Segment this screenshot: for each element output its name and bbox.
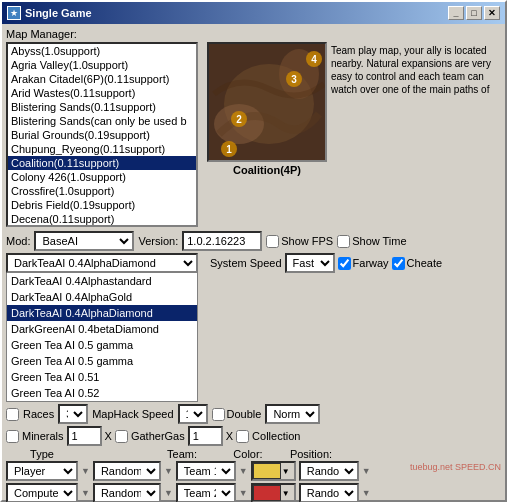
map-description: Team play map, your ally is located near… — [331, 44, 501, 176]
map-list-item[interactable]: Debris Field(0.19support) — [8, 198, 196, 212]
map-list-item[interactable]: Coalition(0.11support) — [8, 156, 196, 170]
mod-select[interactable]: BaseAI — [34, 231, 134, 251]
svg-text:4: 4 — [311, 54, 317, 65]
main-window: ★ Single Game _ □ ✕ Map Manager: Abyss(1… — [0, 0, 507, 502]
player-team-select-0[interactable]: Team 1 — [176, 461, 236, 481]
map-list-item[interactable]: Decena(0.11support) — [8, 212, 196, 226]
show-time-checkbox[interactable] — [337, 235, 350, 248]
dropdown-arrow-1: ▼ — [81, 488, 90, 498]
system-speed-select[interactable]: Fast — [285, 253, 335, 273]
player-color-box-0[interactable]: ▼ — [251, 461, 296, 481]
gather-gas-label: GatherGas — [131, 430, 185, 442]
double-checkbox[interactable] — [212, 408, 225, 421]
race-dropdown-arrow-1: ▼ — [164, 488, 173, 498]
map-section: Abyss(1.0support)Agria Valley(1.0support… — [6, 42, 501, 227]
gather-gas-x-label: X — [226, 430, 233, 442]
cheat-checkbox[interactable] — [392, 257, 405, 270]
show-fps-checkbox[interactable] — [266, 235, 279, 248]
type-header: Type — [6, 448, 78, 460]
ai-dropdown-list: DarkTeaAI 0.4AlphastandardDarkTeaAI 0.4A… — [6, 273, 198, 402]
farway-checkbox[interactable] — [338, 257, 351, 270]
map-list[interactable]: Abyss(1.0support)Agria Valley(1.0support… — [6, 42, 198, 227]
dropdown-arrow-0: ▼ — [81, 466, 90, 476]
team-dropdown-arrow-1: ▼ — [239, 488, 248, 498]
player-type-select-0[interactable]: Player — [6, 461, 78, 481]
ai-dropdown-item[interactable]: Green Tea AI 0.51 — [7, 369, 197, 385]
collection-checkbox[interactable] — [236, 430, 249, 443]
minerals-input[interactable] — [67, 426, 102, 446]
minerals-x-label: X — [105, 430, 112, 442]
ai-main-select[interactable]: DarkTeaAI 0.4AlphaDiamond — [6, 253, 198, 273]
ai-dropdown-item[interactable]: DarkGreenAI 0.4betaDiamond — [7, 321, 197, 337]
map-list-container: Abyss(1.0support)Agria Valley(1.0support… — [6, 42, 203, 227]
map-preview: 4 3 2 1 — [207, 42, 327, 162]
watermark: tuebug.net SPEED.CN — [410, 462, 501, 472]
player-type-select-1[interactable]: Computer — [6, 483, 78, 502]
svg-text:1: 1 — [226, 144, 232, 155]
version-input[interactable] — [182, 231, 262, 251]
title-bar: ★ Single Game _ □ ✕ — [2, 2, 505, 24]
ai-dropdown-item[interactable]: DarkTeaAI 0.4AlphaDiamond — [7, 305, 197, 321]
races-label: Races — [23, 408, 54, 420]
map-list-item[interactable]: Burial Grounds(0.19support) — [8, 128, 196, 142]
cheat-container: Cheate — [392, 257, 442, 270]
double-select[interactable]: Normal — [265, 404, 320, 424]
player-color-swatch-1 — [253, 485, 281, 501]
show-fps-label: Show FPS — [281, 235, 333, 247]
races-checkbox[interactable] — [6, 408, 19, 421]
player-position-select-1[interactable]: Random — [299, 483, 359, 502]
minerals-row: Minerals X GatherGas X Collection — [6, 426, 501, 446]
map-list-item[interactable]: Agria Valley(1.0support) — [8, 58, 196, 72]
pos-dropdown-arrow-0: ▼ — [362, 466, 371, 476]
ai-dropdown-item[interactable]: Green Tea AI 0.52 — [7, 385, 197, 401]
ai-dropdown-item[interactable]: Green Tea AI 0.5 gamma — [7, 337, 197, 353]
races-select[interactable]: 3 — [58, 404, 88, 424]
player-race-select-0[interactable]: Random — [93, 461, 161, 481]
farway-label: Farway — [353, 257, 389, 269]
map-list-item[interactable]: Colony 426(1.0support) — [8, 170, 196, 184]
player-team-select-1[interactable]: Team 2 — [176, 483, 236, 502]
ai-dropdown-item[interactable]: DarkTeaAI 0.4Alphastandard — [7, 273, 197, 289]
map-list-item[interactable]: Delta Quadrant(1.0support) — [8, 226, 196, 227]
map-list-item[interactable]: Abyss(1.0support) — [8, 44, 196, 58]
position-header: Position: — [281, 448, 341, 460]
collection-label: Collection — [252, 430, 300, 442]
map-list-item[interactable]: Blistering Sands(can only be used b — [8, 114, 196, 128]
column-headers-row: Type Team: Color: Position: — [6, 448, 501, 460]
preview-column: 4 3 2 1 Coalition(4P) — [207, 42, 327, 176]
player-row: Computer ▼ Random ▼ Team 2 ▼ ▼ Random ▼ — [6, 483, 501, 502]
map-manager-label: Map Manager: — [6, 28, 501, 40]
show-time-container: Show Time — [337, 235, 406, 248]
mod-label: Mod: — [6, 235, 30, 247]
map-preview-area: 4 3 2 1 Coalition(4P) Team play map, you — [207, 42, 501, 227]
cheat-label: Cheate — [407, 257, 442, 269]
close-button[interactable]: ✕ — [484, 6, 500, 20]
minerals-label: Minerals — [22, 430, 64, 442]
ai-dropdown-item[interactable]: Green Tea AI 0.5 gamma — [7, 353, 197, 369]
player-race-select-1[interactable]: Random — [93, 483, 161, 502]
preview-desc-row: 4 3 2 1 Coalition(4P) Team play map, you — [207, 42, 501, 176]
minimize-button[interactable]: _ — [448, 6, 464, 20]
minerals-checkbox[interactable] — [6, 430, 19, 443]
map-list-item[interactable]: Blistering Sands(0.11support) — [8, 100, 196, 114]
maximize-button[interactable]: □ — [466, 6, 482, 20]
farway-container: Farway — [338, 257, 389, 270]
map-list-item[interactable]: Arid Wastes(0.11support) — [8, 86, 196, 100]
title-buttons: _ □ ✕ — [448, 6, 500, 20]
player-color-box-1[interactable]: ▼ — [251, 483, 296, 502]
ai-dropdown-item[interactable]: DarkTeaAI 0.4AlphaGold — [7, 289, 197, 305]
ai-speed-row: DarkTeaAI 0.4AlphaDiamond DarkTeaAI 0.4A… — [6, 253, 501, 402]
gather-gas-input[interactable] — [188, 426, 223, 446]
map-list-item[interactable]: Chupung_Ryeong(0.11support) — [8, 142, 196, 156]
double-label: Double — [227, 408, 262, 420]
map-list-item[interactable]: Crossfire(1.0support) — [8, 184, 196, 198]
team-header: Team: — [152, 448, 212, 460]
double-container: Double — [212, 408, 262, 421]
team-dropdown-arrow-0: ▼ — [239, 466, 248, 476]
maphack-select[interactable]: 1x — [178, 404, 208, 424]
map-list-item[interactable]: Arakan Citadel(6P)(0.11support) — [8, 72, 196, 86]
show-fps-container: Show FPS — [266, 235, 333, 248]
player-position-select-0[interactable]: Random — [299, 461, 359, 481]
player-color-swatch-0 — [253, 463, 281, 479]
gather-gas-checkbox[interactable] — [115, 430, 128, 443]
